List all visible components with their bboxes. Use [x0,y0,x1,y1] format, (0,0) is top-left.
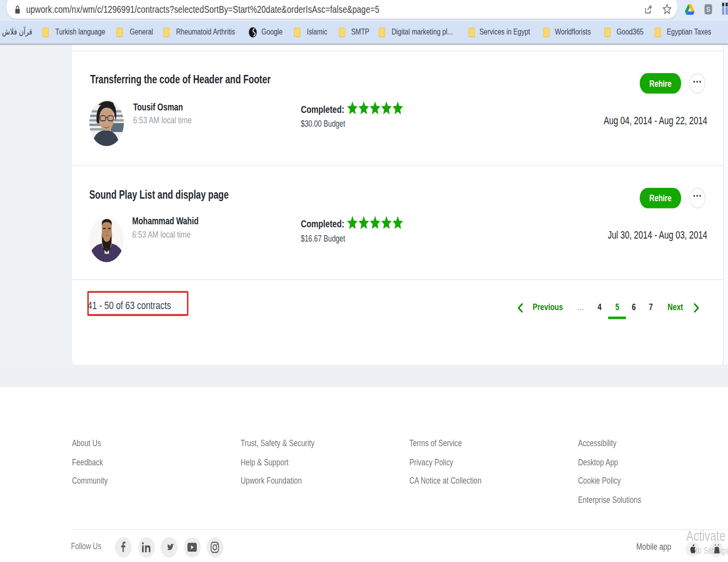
svg-text:S: S [706,5,710,13]
